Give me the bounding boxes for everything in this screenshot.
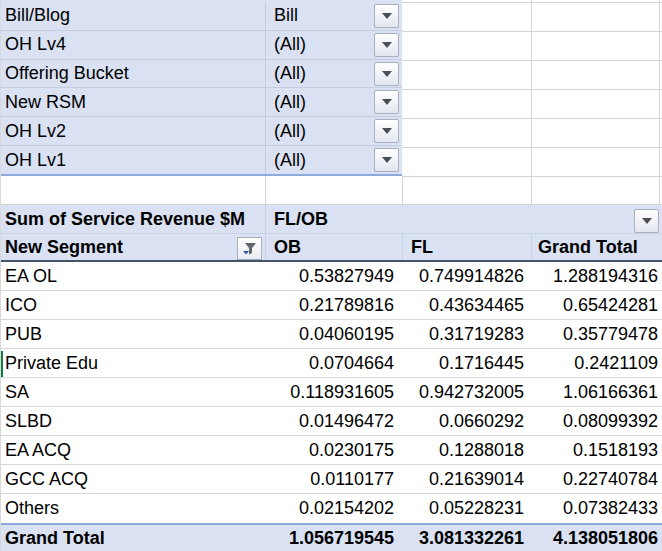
grand-total-total-cell[interactable]: 4.138051806 (531, 528, 662, 549)
table-row: GCC ACQ 0.0110177 0.21639014 0.22740784 (0, 465, 662, 494)
fl-value-cell[interactable]: 0.749914826 (402, 266, 531, 287)
pivot-header-row-2: New Segment OB FL Grand Total (0, 234, 662, 260)
total-value-cell[interactable]: 1.06166361 (531, 382, 662, 403)
ob-value-cell[interactable]: 0.0704664 (265, 353, 402, 374)
total-value-cell[interactable]: 0.1518193 (531, 440, 662, 461)
row-field-label[interactable]: New Segment (0, 237, 265, 258)
row-field-filter-button[interactable] (237, 237, 262, 260)
segment-cell[interactable]: Others (0, 498, 265, 519)
filter-selected-value[interactable]: (All) (265, 34, 306, 55)
filter-row-new-rsm: New RSM (All) (0, 87, 402, 116)
segment-cell[interactable]: ICO (0, 295, 265, 316)
chevron-down-icon (382, 71, 392, 77)
chevron-down-icon (382, 99, 392, 105)
total-value-cell[interactable]: 1.288194316 (531, 266, 662, 287)
total-value-cell[interactable]: 0.07382433 (531, 498, 662, 519)
fl-value-cell[interactable]: 0.1288018 (402, 440, 531, 461)
filter-selected-value[interactable]: (All) (265, 150, 306, 171)
gridline (402, 60, 662, 61)
ob-value-cell[interactable]: 0.53827949 (265, 266, 402, 287)
fl-value-cell[interactable]: 0.21639014 (402, 469, 531, 490)
segment-cell[interactable]: EA OL (0, 266, 265, 287)
gridline (402, 118, 662, 119)
chevron-down-icon (382, 42, 392, 48)
total-value-cell[interactable]: 0.08099392 (531, 411, 662, 432)
total-value-cell[interactable]: 0.35779478 (531, 324, 662, 345)
column-header-ob[interactable]: OB (265, 237, 402, 258)
grand-total-ob-cell[interactable]: 1.056719545 (265, 528, 402, 549)
gridline (402, 89, 662, 90)
filter-selected-value[interactable]: Bill (265, 5, 298, 26)
filter-field-name[interactable]: OH Lv1 (0, 150, 265, 171)
column-header-fl[interactable]: FL (402, 237, 531, 258)
ob-value-cell[interactable]: 0.02154202 (265, 498, 402, 519)
segment-cell[interactable]: PUB (0, 324, 265, 345)
filter-selected-value[interactable]: (All) (265, 92, 306, 113)
segment-cell[interactable]: EA ACQ (0, 440, 265, 461)
table-row: EA ACQ 0.0230175 0.1288018 0.1518193 (0, 436, 662, 465)
gridline (402, 176, 403, 205)
filter-field-name[interactable]: OH Lv2 (0, 121, 265, 142)
filter-row-oh-lv4: OH Lv4 (All) (0, 30, 402, 59)
filter-selected-value[interactable]: (All) (265, 121, 306, 142)
segment-cell[interactable]: SA (0, 382, 265, 403)
filter-dropdown-button[interactable] (374, 90, 399, 114)
measure-label[interactable]: Sum of Service Revenue $M (0, 209, 265, 230)
filter-row-bill-blog: Bill/Blog Bill (0, 2, 402, 30)
segment-cell[interactable]: SLBD (0, 411, 265, 432)
gridline (531, 0, 532, 205)
filter-row-oh-lv1: OH Lv1 (All) (0, 145, 402, 174)
filter-selected-value[interactable]: (All) (265, 63, 306, 84)
pivot-header-row-1: Sum of Service Revenue $M FL/OB (0, 205, 662, 233)
filter-field-name[interactable]: Offering Bucket (0, 63, 265, 84)
segment-cell[interactable]: GCC ACQ (0, 469, 265, 490)
filter-dropdown-button[interactable] (374, 119, 399, 143)
ob-value-cell[interactable]: 0.21789816 (265, 295, 402, 316)
chevron-down-icon (382, 13, 392, 19)
total-value-cell[interactable]: 0.2421109 (531, 353, 662, 374)
column-header-grand-total[interactable]: Grand Total (531, 237, 662, 258)
fl-value-cell[interactable]: 0.942732005 (402, 382, 531, 403)
ob-value-cell[interactable]: 0.0230175 (265, 440, 402, 461)
filter-row-offering-bucket: Offering Bucket (All) (0, 59, 402, 88)
filter-dropdown-button[interactable] (374, 33, 399, 57)
column-field-dropdown-button[interactable] (634, 209, 659, 233)
ob-value-cell[interactable]: 0.04060195 (265, 324, 402, 345)
filter-row-oh-lv2: OH Lv2 (All) (0, 116, 402, 145)
column-field-label[interactable]: FL/OB (265, 209, 328, 230)
filter-dropdown-button[interactable] (374, 62, 399, 86)
filter-dropdown-button[interactable] (374, 4, 399, 28)
gridline (402, 147, 662, 148)
filter-field-name[interactable]: Bill/Blog (0, 5, 265, 26)
table-row: SLBD 0.01496472 0.0660292 0.08099392 (0, 407, 662, 436)
total-value-cell[interactable]: 0.65424281 (531, 295, 662, 316)
fl-value-cell[interactable]: 0.31719283 (402, 324, 531, 345)
excel-worksheet: Bill/Blog Bill OH Lv4 (All) Offering Buc… (0, 0, 662, 551)
fl-value-cell[interactable]: 0.43634465 (402, 295, 531, 316)
gridline (0, 0, 1, 551)
gridline (402, 2, 662, 3)
filter-field-name[interactable]: OH Lv4 (0, 34, 265, 55)
grand-total-fl-cell[interactable]: 3.081332261 (402, 528, 531, 549)
filter-field-name[interactable]: New RSM (0, 92, 265, 113)
table-row: Others 0.02154202 0.05228231 0.07382433 (0, 494, 662, 523)
grand-total-label[interactable]: Grand Total (0, 528, 265, 549)
gridline (265, 176, 266, 205)
fl-value-cell[interactable]: 0.1716445 (402, 353, 531, 374)
chevron-down-icon (642, 218, 652, 224)
fl-value-cell[interactable]: 0.0660292 (402, 411, 531, 432)
segment-cell[interactable]: Private Edu (0, 353, 265, 374)
pivot-table-header: Sum of Service Revenue $M FL/OB New Segm… (0, 205, 662, 262)
gridline (402, 31, 662, 32)
ob-value-cell[interactable]: 0.118931605 (265, 382, 402, 403)
table-row: ICO 0.21789816 0.43634465 0.65424281 (0, 291, 662, 320)
gridline (402, 176, 662, 177)
total-value-cell[interactable]: 0.22740784 (531, 469, 662, 490)
fl-value-cell[interactable]: 0.05228231 (402, 498, 531, 519)
table-row: EA OL 0.53827949 0.749914826 1.288194316 (0, 262, 662, 291)
chevron-down-icon (382, 157, 392, 163)
filter-dropdown-button[interactable] (374, 148, 399, 172)
ob-value-cell[interactable]: 0.0110177 (265, 469, 402, 490)
ob-value-cell[interactable]: 0.01496472 (265, 411, 402, 432)
chevron-down-icon (382, 128, 392, 134)
